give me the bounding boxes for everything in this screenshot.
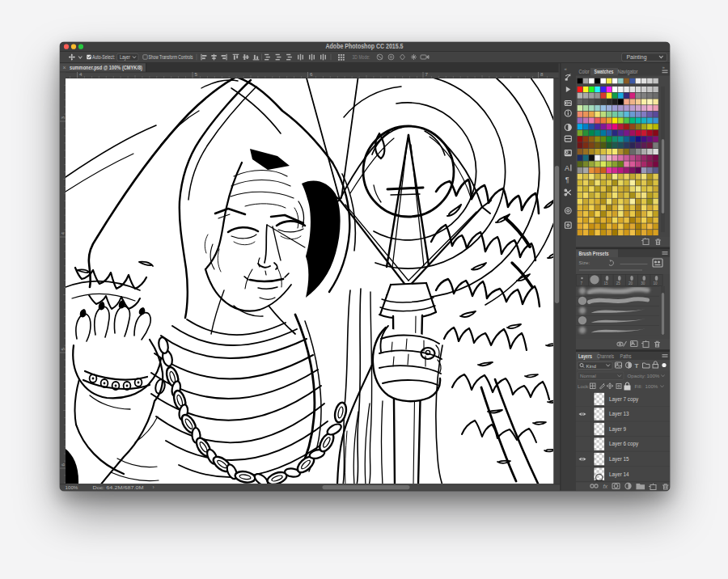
svg-text:100%: 100% (645, 383, 658, 389)
svg-text:summoner.psd @ 100% (CMYK/8): summoner.psd @ 100% (CMYK/8) (70, 65, 142, 71)
svg-text:Painting: Painting (626, 54, 646, 61)
svg-text:›: › (152, 484, 154, 490)
svg-text:Swatches: Swatches (594, 69, 613, 74)
svg-text:Lock:: Lock: (578, 383, 590, 389)
svg-text:6: 6 (60, 463, 66, 467)
svg-text:4: 4 (60, 232, 66, 235)
svg-text:Layer 14: Layer 14 (609, 471, 629, 478)
svg-text:5: 5 (60, 348, 66, 351)
svg-text:Layer 9: Layer 9 (609, 426, 627, 433)
svg-text:A: A (565, 164, 569, 172)
svg-text:Fill:: Fill: (634, 383, 642, 389)
svg-text:Doc: 64.2M/687.0M: Doc: 64.2M/687.0M (92, 484, 143, 490)
svg-text:Layer 6 copy: Layer 6 copy (609, 441, 639, 447)
svg-text:Layer 15: Layer 15 (609, 456, 629, 463)
svg-text:3: 3 (60, 116, 66, 120)
svg-text:Navigator: Navigator (617, 69, 638, 75)
svg-text:20: 20 (629, 281, 633, 285)
svg-text:¶: ¶ (565, 175, 569, 184)
svg-text:6: 6 (310, 71, 313, 77)
svg-text:10: 10 (653, 281, 658, 285)
svg-text:Auto-Select:: Auto-Select: (92, 54, 115, 60)
svg-text:Kind: Kind (586, 363, 596, 369)
svg-text:Size:: Size: (578, 260, 590, 265)
svg-text:Layer 13: Layer 13 (609, 411, 629, 417)
svg-text:3D Mode:: 3D Mode: (352, 54, 370, 60)
svg-text:4: 4 (79, 71, 83, 77)
svg-text:Brush Presets: Brush Presets (578, 251, 608, 256)
svg-text:Paths: Paths (620, 353, 631, 359)
svg-text:100%: 100% (646, 373, 659, 378)
svg-text:30: 30 (641, 281, 645, 285)
svg-text:Show Transform Controls: Show Transform Controls (148, 54, 193, 60)
svg-text:Normal: Normal (580, 373, 596, 378)
svg-text:Layer 7 copy: Layer 7 copy (609, 396, 639, 403)
svg-text:Channels: Channels (597, 353, 614, 359)
svg-text:Color: Color (578, 69, 590, 74)
svg-text:×: × (62, 65, 66, 70)
svg-text:Layer: Layer (120, 54, 131, 61)
svg-text:8: 8 (540, 71, 544, 77)
svg-text:5: 5 (194, 71, 197, 77)
svg-text:Adobe Photoshop CC 2015.5: Adobe Photoshop CC 2015.5 (325, 43, 403, 50)
svg-text:100%: 100% (65, 484, 78, 490)
svg-text:Opacity:: Opacity: (627, 373, 645, 378)
svg-text:T: T (634, 362, 638, 370)
svg-text:15: 15 (603, 281, 608, 285)
svg-text:7: 7 (425, 71, 428, 77)
svg-text:Layers: Layers (578, 353, 592, 360)
svg-text:7: 7 (580, 281, 582, 285)
svg-text:fx: fx (603, 484, 607, 489)
svg-text:25: 25 (616, 281, 620, 285)
